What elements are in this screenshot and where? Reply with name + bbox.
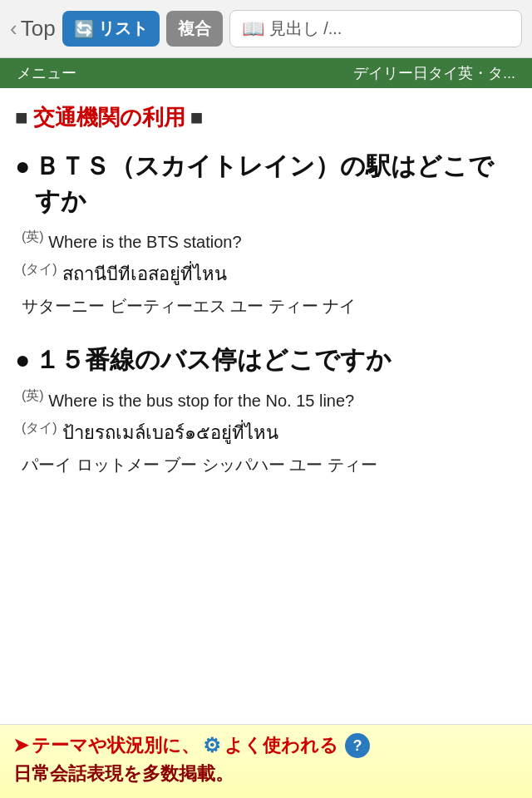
midashi-button[interactable]: 📖 見出し /... — [229, 10, 522, 47]
bottom-overlay: ➤ テーマや状況別に、 ⚙ よく使われる ? 日常会話表現を多数掲載。 — [0, 724, 532, 798]
menu-right-text: デイリー日タイ英・タ... — [353, 63, 515, 83]
promo-arrow-icon: ➤ — [13, 735, 28, 756]
phrase-thai-2: (タイ) ป้ายรถเมล์เบอร์๑๕อยู่ที่ไหน — [22, 418, 517, 446]
book-icon: 📖 — [242, 18, 264, 40]
thai-label-2: (タイ) — [22, 421, 57, 435]
phrase-block-2: ● １５番線のバス停はどこですか (英) Where is the bus st… — [15, 342, 517, 478]
title-main: 交通機関の利用 — [33, 103, 185, 132]
back-label: Top — [21, 16, 56, 42]
phrase-thai-text-2: ป้ายรถเมล์เบอร์๑๕อยู่ที่ไหน — [62, 422, 278, 443]
en-label-1: (英) — [22, 229, 44, 244]
help-icon[interactable]: ? — [345, 733, 370, 758]
fukugo-button[interactable]: 複合 — [166, 11, 223, 47]
phrase-jp-text-2: １５番線のバス停はどこですか — [35, 342, 392, 377]
phrase-kana-1: サターニー ビーティーエス ユー ティー ナイ — [22, 293, 517, 319]
promo-text-part1: テーマや状況別に、 — [32, 733, 200, 758]
list-button[interactable]: 🔄 リスト — [62, 11, 160, 47]
phrase-jp-1: ● ＢＴＳ（スカイトレイン）の駅はどこですか — [15, 149, 517, 219]
promo-line2: 日常会話表現を多数掲載。 — [13, 761, 519, 793]
wheel-icon: ⚙ — [203, 734, 221, 757]
thai-label-1: (タイ) — [22, 262, 57, 276]
phrase-jp-2: ● １５番線のバス停はどこですか — [15, 342, 517, 377]
en-label-2: (英) — [22, 388, 44, 402]
bullet-1: ● — [15, 149, 32, 184]
phrase-en-2: (英) Where is the bus stop for the No. 15… — [22, 386, 517, 413]
phrase-jp-text-1: ＢＴＳ（スカイトレイン）の駅はどこですか — [35, 149, 517, 219]
phrase-en-1: (英) Where is the BTS station? — [22, 227, 517, 254]
phrase-thai-text-1: สถานีบีทีเอสอยู่ที่ไหน — [62, 264, 227, 284]
fukugo-label: 複合 — [178, 19, 211, 37]
section-title: ■ 交通機関の利用 ■ — [15, 103, 517, 132]
list-icon: 🔄 — [74, 19, 95, 39]
promo-text-part2: よく使われる — [224, 733, 338, 758]
phrase-thai-1: (タイ) สถานีบีทีเอสอยู่ที่ไหน — [22, 259, 517, 288]
promo-line1: ➤ テーマや状況別に、 ⚙ よく使われる ? — [13, 733, 519, 758]
main-content: ■ 交通機関の利用 ■ ● ＢＴＳ（スカイトレイン）の駅はどこですか (英) W… — [0, 88, 532, 620]
phrase-block-1: ● ＢＴＳ（スカイトレイン）の駅はどこですか (英) Where is the … — [15, 149, 517, 319]
menu-bar: メニュー デイリー日タイ英・タ... — [0, 58, 532, 88]
chevron-left-icon: ‹ — [10, 16, 17, 42]
bullet-2: ● — [15, 342, 32, 377]
midashi-label: 見出し /... — [269, 17, 342, 40]
back-button[interactable]: ‹ Top — [10, 16, 56, 42]
phrase-kana-2: パーイ ロットメー ブー シッパハー ユー ティー — [22, 451, 517, 478]
phrase-en-text-2: Where is the bus stop for the No. 15 lin… — [48, 392, 354, 410]
nav-bar: ‹ Top 🔄 リスト 複合 📖 見出し /... — [0, 0, 532, 58]
phrase-en-text-1: Where is the BTS station? — [48, 233, 241, 251]
list-label: リスト — [98, 17, 148, 40]
menu-left-text: メニュー — [17, 63, 76, 83]
promo-banner[interactable]: ➤ テーマや状況別に、 ⚙ よく使われる ? 日常会話表現を多数掲載。 — [0, 724, 532, 798]
title-suffix: ■ — [190, 105, 204, 131]
title-prefix: ■ — [15, 105, 28, 131]
